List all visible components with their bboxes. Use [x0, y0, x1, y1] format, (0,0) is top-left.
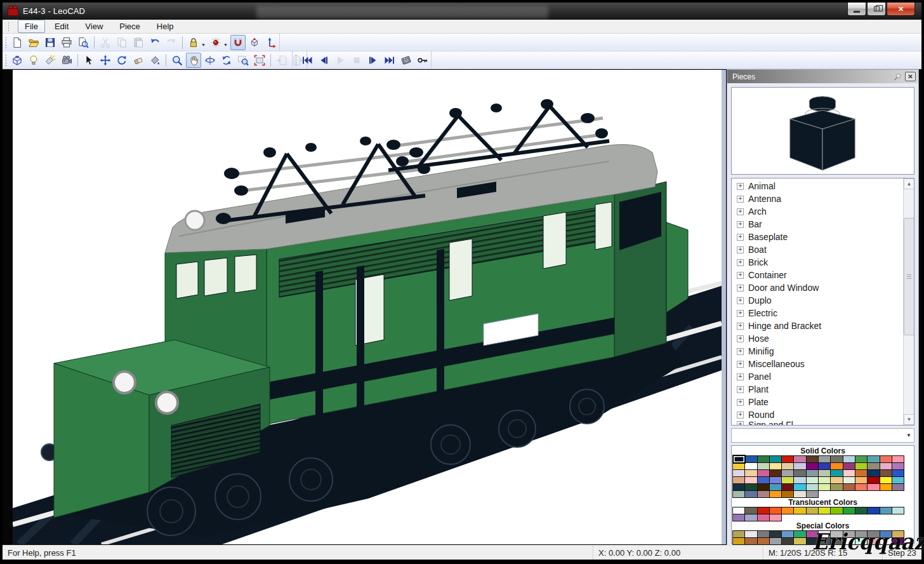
paint-button[interactable]	[147, 53, 162, 68]
piece-preview[interactable]	[731, 87, 914, 175]
color-swatch[interactable]	[769, 514, 782, 521]
category-bar[interactable]: +Bar	[732, 218, 903, 231]
lock-axes-button-dropdown-icon[interactable]: ▼	[201, 43, 206, 47]
panel-close-button[interactable]: ✕	[905, 72, 916, 81]
add-keys-button[interactable]	[415, 53, 430, 68]
color-swatch[interactable]	[818, 507, 831, 514]
expand-plus-icon[interactable]: +	[737, 421, 744, 425]
move-button[interactable]	[98, 53, 113, 68]
piece-category-list[interactable]: +Animal+Antenna+Arch+Bar+Baseplate+Boat+…	[731, 178, 914, 426]
expand-plus-icon[interactable]: +	[737, 335, 744, 342]
scroll-thumb[interactable]	[904, 218, 914, 335]
expand-plus-icon[interactable]: +	[737, 323, 744, 330]
color-swatch[interactable]	[806, 507, 819, 514]
snap-grid-button[interactable]	[208, 35, 223, 50]
color-swatch[interactable]	[732, 455, 746, 464]
expand-plus-icon[interactable]: +	[737, 272, 744, 279]
color-swatch[interactable]	[793, 490, 806, 498]
insert-spotlight-button[interactable]	[43, 53, 58, 68]
print-button[interactable]	[59, 35, 74, 50]
expand-plus-icon[interactable]: +	[737, 285, 744, 292]
zoom-region-button[interactable]	[235, 53, 251, 68]
color-swatch[interactable]	[769, 490, 782, 498]
minimize-button[interactable]	[847, 3, 866, 16]
menu-view[interactable]: View	[78, 20, 110, 33]
expand-plus-icon[interactable]: +	[737, 196, 744, 203]
color-swatch[interactable]	[744, 490, 757, 498]
color-swatch[interactable]	[867, 507, 880, 514]
category-minifig[interactable]: +Minifig	[732, 345, 903, 358]
expand-plus-icon[interactable]: +	[737, 246, 744, 253]
zoom-extents-button[interactable]	[252, 53, 267, 68]
color-swatch[interactable]	[855, 483, 868, 491]
expand-plus-icon[interactable]: +	[737, 208, 744, 215]
viewport-3d[interactable]	[13, 70, 722, 544]
select-button[interactable]	[81, 53, 96, 68]
category-panel[interactable]: +Panel	[732, 370, 903, 383]
color-swatch[interactable]	[744, 514, 757, 521]
auto-hide-pin-button[interactable]	[892, 72, 903, 81]
color-swatch[interactable]	[830, 507, 843, 514]
category-arch[interactable]: +Arch	[732, 205, 903, 218]
category-sign-and-flag-clipped[interactable]: +Sign and Fl	[732, 421, 903, 425]
panel-splitter[interactable]	[722, 70, 726, 544]
expand-plus-icon[interactable]: +	[737, 361, 744, 368]
category-animal[interactable]: +Animal	[732, 180, 903, 192]
expand-plus-icon[interactable]: +	[737, 221, 744, 228]
next-step-button[interactable]	[366, 53, 381, 68]
color-swatch[interactable]	[732, 490, 745, 498]
category-duplo[interactable]: +Duplo	[732, 294, 903, 307]
animation-keys-button[interactable]	[399, 53, 414, 68]
color-swatch[interactable]	[880, 483, 892, 491]
expand-plus-icon[interactable]: +	[737, 412, 744, 419]
expand-plus-icon[interactable]: +	[737, 373, 744, 380]
category-round[interactable]: +Round	[732, 408, 903, 421]
relative-transform-button[interactable]	[247, 35, 262, 50]
insert-camera-button[interactable]	[59, 53, 74, 68]
color-swatch[interactable]	[781, 507, 794, 514]
title-bar[interactable]: E44-3 - LeoCAD ✕	[3, 3, 921, 20]
expand-plus-icon[interactable]: +	[737, 183, 744, 190]
pan-button[interactable]	[186, 53, 201, 68]
previous-step-button[interactable]	[316, 53, 331, 68]
pieces-panel-header[interactable]: Pieces ✕	[727, 70, 918, 83]
category-hose[interactable]: +Hose	[732, 332, 903, 345]
expand-plus-icon[interactable]: +	[737, 297, 744, 304]
menu-edit[interactable]: Edit	[48, 20, 76, 33]
list-scrollbar[interactable]: ▲ ▼	[903, 178, 914, 425]
menu-piece[interactable]: Piece	[112, 20, 147, 33]
color-swatch[interactable]	[757, 490, 770, 498]
insert-light-button[interactable]	[26, 53, 41, 68]
last-step-button[interactable]	[382, 53, 397, 68]
close-button[interactable]: ✕	[887, 3, 915, 16]
scroll-up-icon[interactable]: ▲	[904, 178, 914, 189]
save-file-button[interactable]	[43, 35, 58, 50]
color-swatch[interactable]	[843, 507, 855, 514]
category-hinge-and-bracket[interactable]: +Hinge and Bracket	[732, 319, 903, 332]
piece-search-combo[interactable]: ▼	[731, 428, 914, 443]
rotate-button[interactable]	[114, 53, 129, 68]
color-swatch[interactable]	[892, 507, 904, 514]
roll-button[interactable]	[219, 53, 234, 68]
open-file-button[interactable]	[26, 35, 41, 50]
category-antenna[interactable]: +Antenna	[732, 192, 903, 205]
delete-button[interactable]	[131, 53, 146, 68]
first-step-button[interactable]	[300, 53, 315, 68]
color-swatch[interactable]	[781, 490, 794, 498]
expand-plus-icon[interactable]: +	[737, 259, 744, 266]
expand-plus-icon[interactable]: +	[737, 234, 744, 241]
category-miscellaneous[interactable]: +Miscellaneous	[732, 358, 903, 370]
expand-plus-icon[interactable]: +	[737, 386, 744, 393]
snap-angle-button[interactable]	[230, 35, 246, 50]
rotate-view-button[interactable]	[202, 53, 218, 68]
menu-help[interactable]: Help	[150, 20, 181, 33]
expand-plus-icon[interactable]: +	[737, 399, 744, 406]
category-container[interactable]: +Container	[732, 269, 903, 281]
print-preview-button[interactable]	[76, 35, 91, 50]
undo-button[interactable]	[147, 35, 162, 50]
color-swatch[interactable]	[880, 507, 892, 514]
lock-axes-button[interactable]	[186, 35, 201, 50]
color-swatch[interactable]	[830, 483, 843, 491]
insert-piece-button[interactable]	[10, 53, 25, 68]
move-snap-button[interactable]	[263, 35, 279, 50]
